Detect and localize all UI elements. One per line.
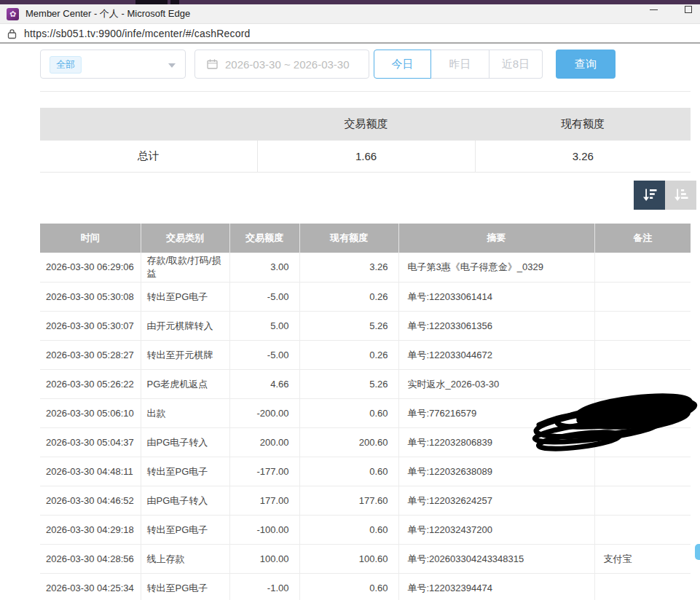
table-cell: 单号:122033061356 <box>398 312 594 341</box>
browser-titlebar: ✿ Member Center - 个人 - Microsoft Edge <box>0 4 700 24</box>
maximize-icon <box>685 6 692 13</box>
table-cell: 单号:122032394474 <box>398 574 594 600</box>
table-cell: 4.66 <box>229 370 299 399</box>
table-cell: 100.00 <box>229 545 299 574</box>
table-cell: 2026-03-30 04:29:18 <box>40 516 141 545</box>
header-remark: 备注 <box>594 224 691 253</box>
table-cell: 177.00 <box>229 486 299 516</box>
table-row: 2026-03-30 05:06:10出款-200.000.60单号:77621… <box>40 399 691 428</box>
table-cell: 2026-03-30 04:28:56 <box>40 545 141 574</box>
table-cell: 单号:776216579 <box>398 399 594 428</box>
table-cell: 5.26 <box>299 370 398 399</box>
table-cell: PG老虎机返点 <box>141 370 229 399</box>
date-range-picker[interactable]: 2026-03-30 ~ 2026-03-30 <box>194 50 369 79</box>
table-cell: 2026-03-30 04:25:34 <box>40 574 141 600</box>
table-cell <box>594 486 691 516</box>
url-text: https://sb051.tv:9900/infe/mcenter/#/cas… <box>24 28 251 39</box>
table-cell: 2026-03-30 05:28:27 <box>40 341 141 370</box>
table-cell: 转出至PG电子 <box>141 457 229 486</box>
sort-descending-button[interactable] <box>634 181 665 210</box>
table-cell: 0.60 <box>299 457 398 486</box>
table-cell <box>594 312 691 341</box>
table-cell: 存款/取款/打码/损益 <box>141 253 229 283</box>
table-cell: 0.60 <box>299 574 398 600</box>
table-row: 2026-03-30 04:48:11转出至PG电子-177.000.60单号:… <box>40 457 691 486</box>
lock-icon <box>7 28 17 39</box>
quick-date-button-group: 今日 昨日 近8日 <box>374 50 543 79</box>
summary-header-row: 交易额度 现有额度 <box>40 108 691 141</box>
table-cell <box>594 428 691 457</box>
chevron-down-icon <box>168 63 176 68</box>
summary-header-current-amount: 现有额度 <box>475 108 691 141</box>
table-cell: 2026-03-30 05:06:10 <box>40 399 141 428</box>
table-cell: 2026-03-30 04:48:11 <box>40 457 141 486</box>
table-cell: 由PG电子转入 <box>141 428 229 457</box>
table-cell <box>594 516 691 545</box>
sort-controls <box>634 181 696 210</box>
minimize-button[interactable] <box>638 0 669 19</box>
header-transaction-amount: 交易额度 <box>229 224 299 253</box>
table-cell: 100.60 <box>299 545 398 574</box>
search-button[interactable]: 查询 <box>556 50 616 79</box>
table-row: 2026-03-30 05:30:08转出至PG电子-5.000.26单号:12… <box>40 283 691 312</box>
table-cell: 177.60 <box>299 486 398 516</box>
table-cell: 转出至PG电子 <box>141 574 229 600</box>
table-cell <box>594 457 691 486</box>
window-title: Member Center - 个人 - Microsoft Edge <box>25 7 190 20</box>
table-cell: 实时返水_2026-03-30 <box>398 370 594 399</box>
table-cell: 支付宝 <box>594 545 691 574</box>
selected-type-tag[interactable]: 全部 <box>50 56 82 74</box>
table-cell <box>594 341 691 370</box>
table-cell <box>594 399 691 428</box>
calendar-icon <box>207 59 218 69</box>
table-cell: 3.26 <box>299 253 398 283</box>
summary-header-empty <box>40 108 257 141</box>
table-cell: 200.00 <box>229 428 299 457</box>
table-cell: 200.60 <box>299 428 398 457</box>
header-current-amount: 现有额度 <box>299 224 398 253</box>
table-row: 2026-03-30 04:46:52由PG电子转入177.00177.60单号… <box>40 486 691 516</box>
table-row: 2026-03-30 05:04:37由PG电子转入200.00200.60单号… <box>40 428 691 457</box>
maximize-button[interactable] <box>673 0 700 19</box>
yesterday-button[interactable]: 昨日 <box>431 50 489 79</box>
table-cell <box>594 574 691 600</box>
table-row: 2026-03-30 05:28:27转出至开元棋牌-5.000.26单号:12… <box>40 341 691 370</box>
last-8-days-button[interactable]: 近8日 <box>489 50 543 79</box>
section-divider <box>40 91 691 92</box>
summary-total-row: 总计 1.66 3.26 <box>40 141 691 172</box>
table-cell: 由开元棋牌转入 <box>141 312 229 341</box>
summary-header-transaction-amount: 交易额度 <box>257 108 475 141</box>
table-cell: 0.60 <box>299 399 398 428</box>
table-row: 2026-03-30 05:26:22PG老虎机返点4.665.26实时返水_2… <box>40 370 691 399</box>
table-cell <box>594 253 691 283</box>
table-cell: -177.00 <box>229 457 299 486</box>
transaction-type-select[interactable]: 全部 <box>40 50 186 79</box>
table-row: 2026-03-30 04:25:34转出至PG电子-1.000.60单号:12… <box>40 574 691 600</box>
table-cell: -200.00 <box>229 399 299 428</box>
cash-record-table: 时间 交易类别 交易额度 现有额度 摘要 备注 2026-03-30 06:29… <box>40 224 691 600</box>
today-button[interactable]: 今日 <box>374 50 431 79</box>
sort-ascending-icon <box>672 187 690 203</box>
summary-transaction-amount: 1.66 <box>257 141 475 172</box>
table-cell: 2026-03-30 05:30:08 <box>40 283 141 312</box>
table-header-row: 时间 交易类别 交易额度 现有额度 摘要 备注 <box>40 224 691 253</box>
table-cell: 单号:122033044672 <box>398 341 594 370</box>
table-cell: 线上存款 <box>141 545 229 574</box>
table-cell: 由PG电子转入 <box>141 486 229 516</box>
sort-descending-icon <box>641 187 658 203</box>
table-cell: 2026-03-30 06:29:06 <box>40 253 141 283</box>
table-cell: 单号:122032638089 <box>398 457 594 486</box>
summary-current-amount: 3.26 <box>475 141 691 172</box>
table-cell: 电子第3惠《电子得意金》_0329 <box>398 253 594 283</box>
table-row: 2026-03-30 04:28:56线上存款100.00100.60单号:20… <box>40 545 691 574</box>
clipped-floating-widget[interactable] <box>695 544 700 560</box>
table-cell: 0.26 <box>299 283 398 312</box>
header-summary: 摘要 <box>398 224 594 253</box>
table-cell: 5.26 <box>299 312 398 341</box>
table-cell: -5.00 <box>229 283 299 312</box>
address-bar[interactable]: https://sb051.tv:9900/infe/mcenter/#/cas… <box>0 25 700 44</box>
summary-total-label: 总计 <box>40 141 257 172</box>
sort-ascending-button[interactable] <box>665 181 696 210</box>
table-cell: 单号:122032806839 <box>398 428 594 457</box>
table-cell: 单号:122033061414 <box>398 283 594 312</box>
